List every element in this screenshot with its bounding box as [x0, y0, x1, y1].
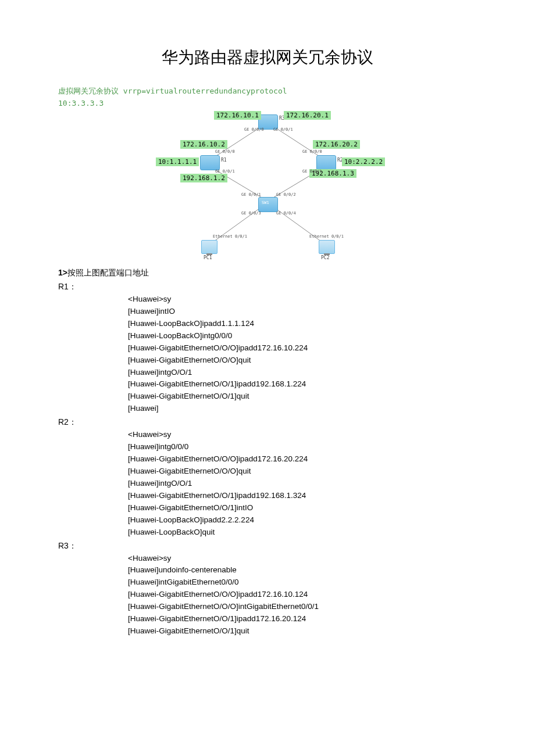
port-sw-ge001: GE 0/0/1 — [241, 192, 261, 197]
device-pc2 — [319, 240, 335, 254]
code-line: [Huawei]intgO/O/1 — [128, 478, 477, 490]
code-line: <Huawei>sy — [128, 293, 477, 306]
ip-r2-up: 172.16.20.2 — [313, 140, 360, 149]
code-line: [Huawei-GigabitEthernetO/O/O]ipadd172.16… — [128, 589, 477, 601]
port-sw-ge002: GE 0/0/2 — [276, 192, 296, 197]
section-text: 按照上图配置端口地址 — [67, 268, 149, 277]
ip-r1-lo: 10:1.1.1.1 — [156, 157, 199, 166]
device-r1 — [200, 155, 220, 170]
code-line: [Huawei-GigabitEthernetO/O/O]ipadd172.16… — [128, 342, 477, 354]
vrrp-loopback: 10:3.3.3.3 — [58, 99, 477, 108]
code-line: [Huawei]intGigabitEthernet0/0/0 — [128, 576, 477, 589]
port-sw-ge003: GE 0/0/3 — [241, 211, 261, 216]
vrrp-heading: 虚拟网关冗余协议 vrrp=virtualrouterredundancypro… — [58, 86, 477, 96]
port-pc2-eth: Ethernet 0/0/1 — [309, 234, 344, 239]
r3-label: R3： — [58, 541, 477, 551]
code-line: [Huawei-GigabitEthernetO/O/1]ipadd192.16… — [128, 378, 477, 390]
port-r1-ge000: GE 0/0/0 — [215, 149, 235, 154]
code-line: [Huawei]intgO/O/1 — [128, 367, 477, 379]
code-line: [Huawei-GigabitEthernetO/O/1]ipadd172.16… — [128, 613, 477, 625]
document-page: 华为路由器虚拟网关冗余协议 虚拟网关冗余协议 vrrp=virtualroute… — [0, 0, 535, 756]
code-line: [Huawei-LoopBackO]intg0/0/0 — [128, 330, 477, 342]
page-title: 华为路由器虚拟网关冗余协议 — [58, 46, 477, 69]
port-sw-ge004: GE 0/0/4 — [276, 211, 296, 216]
device-r2 — [316, 155, 336, 170]
r3-code: <Huawei>sy [Huawei]undoinfo-centerenable… — [128, 553, 477, 637]
ip-r1-up: 172.16.10.2 — [180, 140, 227, 149]
code-line: [Huawei]intIO — [128, 306, 477, 318]
ip-r3-left: 172.16.10.1 — [214, 111, 261, 120]
port-r2-ge001: GE 0/0/1 — [302, 169, 322, 174]
code-line: [Huawei] — [128, 403, 477, 415]
code-line: [Huawei-GigabitEthernetO/O/1]quit — [128, 625, 477, 637]
code-line: [Huawei-GigabitEthernetO/O/1]ipadd192.16… — [128, 490, 477, 502]
label-sw1: SW1 — [262, 200, 269, 205]
label-r1: R1 — [221, 157, 227, 163]
code-line: <Huawei>sy — [128, 553, 477, 565]
r1-label: R1： — [58, 282, 477, 292]
code-line: [Huawei-GigabitEthernetO/O/1]quit — [128, 390, 477, 403]
code-line: [Huawei-LoopBackO]ipadd2.2.2.224 — [128, 514, 477, 526]
r2-code: <Huawei>sy [Huawei]intg0/0/0 [Huawei-Gig… — [128, 429, 477, 538]
code-line: [Huawei]undoinfo-centerenable — [128, 564, 477, 576]
r1-code: <Huawei>sy [Huawei]intIO [Huawei-LoopBac… — [128, 293, 477, 415]
code-line: [Huawei-LoopBackO]ipadd1.1.1.124 — [128, 318, 477, 330]
label-pc1: PC1 — [204, 255, 212, 260]
code-line: [Huawei-LoopBackO]quit — [128, 526, 477, 539]
port-r1-ge001: GE 0/0/1 — [215, 169, 235, 174]
topology-links — [145, 111, 390, 262]
port-r2-ge000: GE 0/0/0 — [302, 149, 322, 154]
ip-r1-down: 192.168.1.2 — [180, 174, 227, 182]
r2-label: R2： — [58, 417, 477, 428]
code-line: [Huawei]intg0/0/0 — [128, 441, 477, 453]
code-line: [Huawei-GigabitEthernetO/O/O]intGigabitE… — [128, 601, 477, 613]
section-heading: 1>按照上图配置端口地址 — [58, 268, 477, 278]
port-r3-ge000: GE 0/0/0 — [244, 127, 264, 132]
port-r3-ge001: GE 0/0/1 — [273, 127, 293, 132]
code-line: [Huawei-GigabitEthernetO/O/O]ipadd172.16… — [128, 453, 477, 465]
code-line: <Huawei>sy — [128, 429, 477, 441]
code-line: [Huawei-GigabitEthernetO/O/O]quit — [128, 465, 477, 478]
ip-r3-right: 172.16.20.1 — [284, 111, 331, 120]
code-line: [Huawei-GigabitEthernetO/O/1]intIO — [128, 502, 477, 514]
section-num: 1> — [58, 268, 67, 277]
code-line: [Huawei-GigabitEthernetO/O/O]quit — [128, 354, 477, 367]
topology-diagram: R3 R1 R2 SW1 PC1 PC2 172.16.10.1 172.16.… — [145, 111, 390, 262]
ip-r2-lo: 10:2.2.2.2 — [342, 157, 385, 166]
device-pc1 — [201, 240, 217, 254]
label-pc2: PC2 — [321, 255, 329, 260]
port-pc1-eth: Ethernet 0/0/1 — [213, 234, 247, 239]
topology-diagram-wrap: R3 R1 R2 SW1 PC1 PC2 172.16.10.1 172.16.… — [58, 111, 477, 262]
